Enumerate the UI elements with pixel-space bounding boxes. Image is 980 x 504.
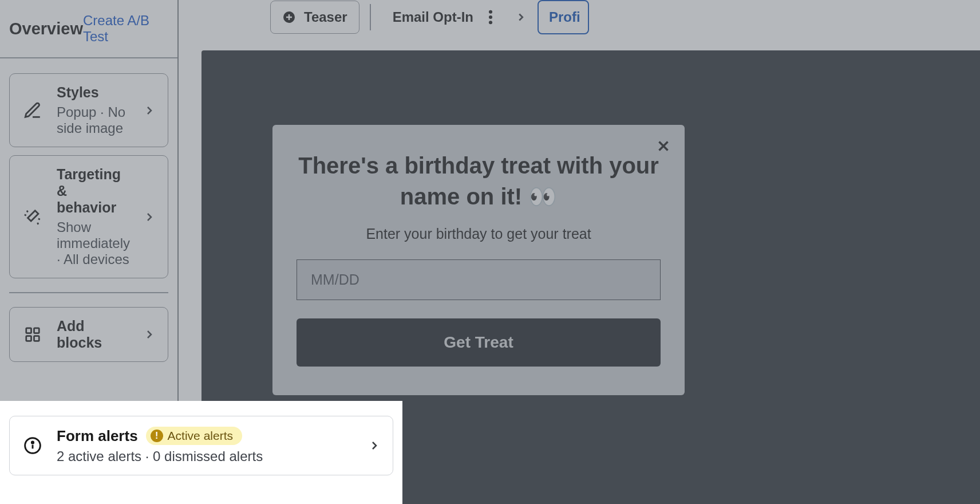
popup-preview: There's a birthday treat with your name …: [272, 125, 685, 395]
alert-badge-icon: !: [151, 430, 163, 442]
svg-point-12: [31, 442, 33, 443]
targeting-card[interactable]: Targeting & behavior Show immediately · …: [9, 155, 168, 278]
info-icon: [21, 436, 44, 455]
chevron-right-icon: [368, 439, 381, 452]
popup-headline: There's a birthday treat with your name …: [297, 150, 661, 212]
active-alerts-badge-label: Active alerts: [168, 429, 233, 443]
form-alerts-card[interactable]: Form alerts ! Active alerts 2 active ale…: [9, 416, 393, 475]
chevron-right-icon: [143, 210, 156, 224]
active-alerts-badge: ! Active alerts: [146, 427, 242, 445]
optin-step[interactable]: Email Opt-In: [381, 1, 504, 33]
divider: [9, 292, 168, 293]
get-treat-button[interactable]: Get Treat: [297, 318, 661, 367]
create-ab-test-link[interactable]: Create A/B Test: [83, 13, 166, 45]
preview-toolbar: Teaser Email Opt-In Profi: [179, 0, 980, 34]
targeting-title: Targeting & behavior: [57, 166, 130, 216]
sidebar-header: Overview Create A/B Test: [0, 0, 177, 58]
svg-point-5: [489, 10, 492, 14]
styles-card[interactable]: Styles Popup · No side image: [9, 73, 168, 147]
svg-rect-1: [34, 328, 39, 333]
form-alerts-subtitle: 2 active alerts · 0 dismissed alerts: [57, 448, 355, 464]
profile-label: Profi: [549, 9, 580, 25]
chevron-right-icon: [143, 328, 156, 341]
svg-point-7: [489, 21, 492, 24]
styles-title: Styles: [57, 84, 130, 101]
blocks-grid-icon: [21, 326, 44, 343]
more-vertical-icon[interactable]: [488, 9, 493, 25]
chevron-right-icon: [515, 11, 527, 23]
targeting-subtitle: Show immediately · All devices: [57, 219, 130, 267]
birthday-input[interactable]: [297, 259, 661, 300]
add-blocks-title: Add blocks: [57, 318, 130, 351]
styles-subtitle: Popup · No side image: [57, 104, 130, 136]
magic-wand-icon: [21, 207, 44, 227]
optin-label: Email Opt-In: [393, 9, 473, 25]
add-blocks-card[interactable]: Add blocks: [9, 307, 168, 362]
form-alerts-title: Form alerts: [57, 427, 138, 445]
svg-point-6: [489, 15, 492, 19]
teaser-chip[interactable]: Teaser: [270, 1, 359, 34]
svg-rect-0: [26, 328, 31, 333]
toolbar-divider: [370, 4, 371, 30]
pencil-icon: [21, 101, 44, 120]
chevron-right-icon: [143, 104, 156, 117]
popup-subtext: Enter your birthday to get your treat: [297, 226, 661, 242]
profile-step-chip[interactable]: Profi: [538, 0, 589, 34]
plus-circle-icon: [282, 10, 296, 24]
teaser-label: Teaser: [304, 9, 347, 25]
sidebar-title: Overview: [9, 19, 83, 38]
svg-rect-3: [34, 336, 39, 341]
svg-rect-2: [26, 336, 31, 341]
close-icon[interactable]: [655, 137, 672, 155]
